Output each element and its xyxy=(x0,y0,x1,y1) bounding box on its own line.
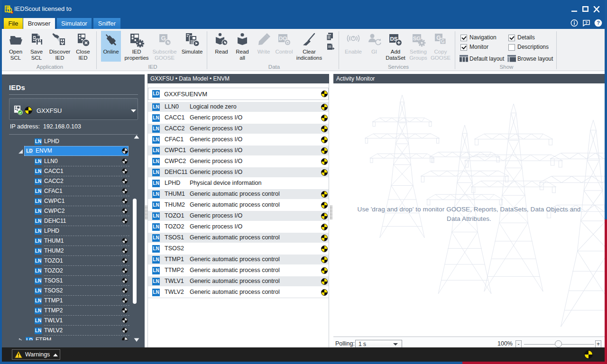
svg-text:G: G xyxy=(441,39,445,44)
svg-text:G: G xyxy=(161,35,166,42)
svg-text:?: ? xyxy=(585,20,588,25)
svg-text:?: ? xyxy=(597,20,600,26)
